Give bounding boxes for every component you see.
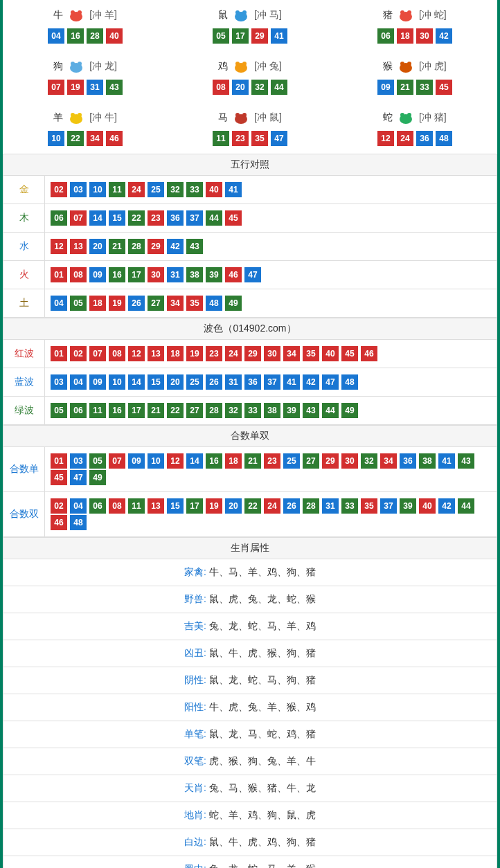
table-row: 金02031011242532334041 bbox=[3, 176, 497, 204]
number-chip: 19 bbox=[206, 498, 222, 514]
number-chip: 25 bbox=[186, 374, 203, 390]
number-chip: 44 bbox=[322, 403, 339, 418]
row-numbers: 0102070812131819232429303435404546 bbox=[45, 340, 497, 368]
number-chip: 21 bbox=[148, 403, 164, 418]
number-chip: 20 bbox=[232, 80, 249, 95]
bose-header: 波色（014902.com） bbox=[3, 318, 497, 340]
attr-row: 吉美: 兔、龙、蛇、马、羊、鸡 bbox=[3, 613, 497, 640]
zodiac-grid: 牛[冲 羊]04162840鼠[冲 马]05172941猪[冲 蛇]061830… bbox=[3, 0, 497, 154]
number-chip: 43 bbox=[458, 453, 474, 469]
number-chip: 06 bbox=[51, 210, 67, 226]
number-chip: 15 bbox=[148, 374, 164, 390]
number-chip: 09 bbox=[128, 453, 145, 469]
number-chip: 23 bbox=[264, 453, 280, 469]
number-chip: 30 bbox=[148, 267, 164, 282]
number-chip: 44 bbox=[271, 80, 287, 95]
number-chip: 24 bbox=[397, 131, 413, 146]
zodiac-clash: [冲 龙] bbox=[89, 60, 117, 73]
attr-label: 白边: bbox=[184, 836, 206, 847]
svg-point-23 bbox=[242, 113, 247, 117]
row-label: 红波 bbox=[3, 340, 45, 368]
number-chip: 04 bbox=[70, 374, 87, 390]
number-chip: 35 bbox=[361, 498, 377, 514]
number-chip: 07 bbox=[89, 346, 106, 361]
row-label: 合数双 bbox=[3, 492, 45, 537]
number-chip: 02 bbox=[51, 182, 67, 197]
number-chip: 20 bbox=[167, 374, 184, 390]
number-chip: 11 bbox=[213, 131, 229, 146]
number-chip: 29 bbox=[251, 28, 268, 44]
number-chip: 16 bbox=[109, 267, 125, 282]
number-chip: 02 bbox=[70, 346, 87, 361]
number-chip: 37 bbox=[380, 498, 397, 514]
zodiac-icon bbox=[231, 58, 251, 75]
attr-label: 家禽: bbox=[184, 566, 206, 577]
zodiac-clash: [冲 蛇] bbox=[419, 9, 447, 21]
number-chip: 35 bbox=[303, 346, 319, 361]
number-chip: 01 bbox=[51, 453, 67, 469]
number-chip: 41 bbox=[438, 453, 455, 469]
number-chip: 49 bbox=[89, 470, 106, 485]
number-chip: 28 bbox=[87, 28, 103, 44]
attr-row: 野兽: 鼠、虎、兔、龙、蛇、猴 bbox=[3, 586, 497, 613]
number-chip: 17 bbox=[128, 267, 145, 282]
number-chip: 05 bbox=[89, 453, 106, 469]
zodiac-name: 蛇 bbox=[383, 111, 393, 124]
attr-row: 天肖: 兔、马、猴、猪、牛、龙 bbox=[3, 775, 497, 802]
number-chip: 21 bbox=[244, 453, 261, 469]
number-chip: 16 bbox=[109, 403, 125, 418]
number-chip: 22 bbox=[128, 210, 145, 226]
heshu-header: 合数单双 bbox=[3, 426, 497, 447]
number-chip: 15 bbox=[167, 498, 184, 514]
number-chip: 09 bbox=[377, 80, 394, 95]
number-chip: 15 bbox=[109, 210, 125, 226]
row-numbers: 0204060811131517192022242628313335373940… bbox=[45, 492, 497, 537]
number-chip: 46 bbox=[361, 346, 377, 361]
row-numbers: 06071415222336374445 bbox=[45, 204, 497, 233]
zodiac-name: 马 bbox=[218, 111, 228, 124]
zodiac-cell: 猪[冲 蛇]06183042 bbox=[332, 0, 497, 51]
number-chip: 24 bbox=[264, 498, 280, 514]
wuxing-table: 五行对照 金02031011242532334041木0607141522233… bbox=[3, 154, 497, 318]
number-chip: 29 bbox=[244, 346, 261, 361]
number-chip: 04 bbox=[70, 498, 87, 514]
number-chip: 17 bbox=[128, 403, 145, 418]
number-chip: 16 bbox=[206, 453, 222, 469]
number-chip: 36 bbox=[400, 453, 416, 469]
number-chip: 34 bbox=[380, 453, 397, 469]
svg-point-25 bbox=[400, 113, 404, 117]
number-chip: 26 bbox=[128, 296, 145, 311]
number-chip: 40 bbox=[106, 28, 123, 44]
number-chip: 21 bbox=[109, 239, 125, 254]
number-chip: 48 bbox=[70, 515, 87, 530]
attr-row: 单笔: 鼠、龙、马、蛇、鸡、猪 bbox=[3, 721, 497, 748]
number-chip: 35 bbox=[251, 131, 268, 146]
svg-point-19 bbox=[71, 113, 75, 117]
number-chip: 07 bbox=[70, 210, 87, 226]
number-chip: 28 bbox=[206, 403, 222, 418]
number-chip: 27 bbox=[303, 453, 319, 469]
number-chip: 48 bbox=[341, 374, 358, 390]
number-chip: 23 bbox=[206, 346, 222, 361]
zodiac-name: 鼠 bbox=[218, 9, 228, 21]
number-chip: 16 bbox=[67, 28, 84, 44]
number-chip: 34 bbox=[283, 346, 300, 361]
number-chip: 31 bbox=[322, 498, 339, 514]
number-chip: 23 bbox=[148, 210, 164, 226]
attr-label: 吉美: bbox=[184, 620, 206, 631]
number-chip: 08 bbox=[109, 498, 125, 514]
attr-value: 兔、龙、蛇、马、羊、鸡 bbox=[209, 620, 316, 631]
number-chip: 14 bbox=[89, 210, 106, 226]
number-chip: 36 bbox=[167, 210, 184, 226]
number-chip: 06 bbox=[70, 403, 87, 418]
attr-value: 鼠、虎、兔、龙、蛇、猴 bbox=[209, 593, 316, 604]
svg-point-8 bbox=[407, 10, 411, 15]
number-chip: 47 bbox=[322, 374, 339, 390]
number-chip: 24 bbox=[128, 182, 145, 197]
number-chip: 29 bbox=[322, 453, 339, 469]
svg-point-20 bbox=[78, 113, 82, 117]
svg-point-1 bbox=[71, 10, 75, 15]
zodiac-name: 狗 bbox=[53, 60, 63, 73]
number-chip: 19 bbox=[67, 80, 84, 95]
table-row: 木06071415222336374445 bbox=[3, 204, 497, 233]
